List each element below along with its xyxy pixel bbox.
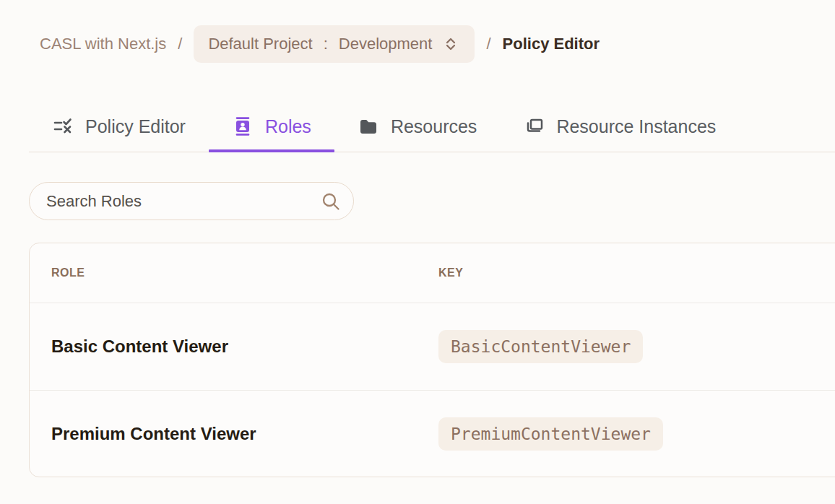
chevron-up-down-icon xyxy=(441,35,460,53)
table-row[interactable]: Basic Content Viewer BasicContentViewer xyxy=(30,303,835,390)
column-header-role: ROLE xyxy=(51,266,438,279)
breadcrumb-separator: / xyxy=(486,35,490,53)
column-header-key: KEY xyxy=(438,266,835,279)
breadcrumb: CASL with Next.js / Default Project : De… xyxy=(40,25,835,63)
role-key-badge: PremiumContentViewer xyxy=(438,417,663,451)
id-badge-icon xyxy=(232,116,254,137)
tab-resource-instances[interactable]: Resource Instances xyxy=(500,101,739,152)
breadcrumb-current-page: Policy Editor xyxy=(503,35,600,53)
role-name: Premium Content Viewer xyxy=(51,424,438,444)
tab-label: Roles xyxy=(265,116,311,137)
policy-rules-icon xyxy=(52,116,74,137)
project-name: Default Project xyxy=(208,35,312,53)
project-environment-selector[interactable]: Default Project : Development xyxy=(194,25,475,63)
search-roles-input[interactable] xyxy=(29,182,354,220)
roles-table: ROLE KEY Basic Content Viewer BasicConte… xyxy=(29,243,835,477)
copy-icon xyxy=(523,116,545,137)
role-name: Basic Content Viewer xyxy=(51,336,438,357)
role-key-badge: BasicContentViewer xyxy=(438,330,643,363)
breadcrumb-separator: / xyxy=(178,35,182,53)
tab-label: Policy Editor xyxy=(85,116,186,137)
breadcrumb-app-name[interactable]: CASL with Next.js xyxy=(40,35,166,53)
table-header-row: ROLE KEY xyxy=(30,243,835,303)
search-container xyxy=(29,182,354,220)
table-row[interactable]: Premium Content Viewer PremiumContentVie… xyxy=(30,390,835,477)
tab-policy-editor[interactable]: Policy Editor xyxy=(29,101,209,152)
folder-icon xyxy=(358,116,379,137)
tab-label: Resources xyxy=(391,116,477,137)
tab-label: Resource Instances xyxy=(556,116,716,137)
environment-name: Development xyxy=(339,35,433,53)
tab-roles[interactable]: Roles xyxy=(209,101,334,152)
tab-bar: Policy Editor Roles Resources xyxy=(29,101,835,152)
project-env-colon: : xyxy=(324,35,328,53)
tab-resources[interactable]: Resources xyxy=(334,101,501,152)
